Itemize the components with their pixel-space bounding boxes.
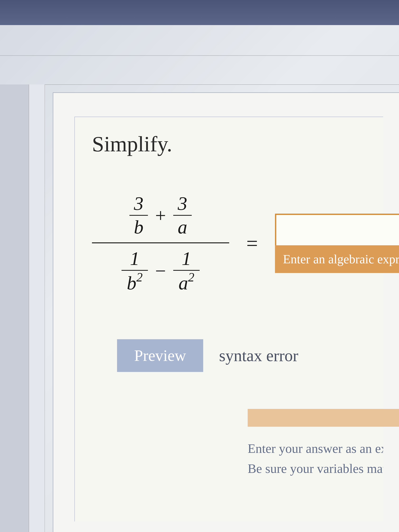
instruction-line: Enter your answer as an exp: [248, 439, 383, 459]
fraction-bar: [121, 270, 148, 271]
numerator: 1: [182, 248, 191, 269]
complex-fraction: 3 b + 3 a 1: [92, 188, 229, 298]
instruction-line: Be sure your variables matcl: [248, 459, 383, 479]
denominator: a2: [178, 272, 194, 294]
main-fraction-bar: [92, 242, 229, 243]
answer-input[interactable]: [275, 214, 399, 245]
left-sidebar: [0, 84, 29, 532]
problem-container: Simplify. 3 b + 3 a: [74, 117, 383, 521]
divider: [0, 55, 399, 56]
hint-highlight-bar: [248, 409, 399, 427]
answer-hint-label: Enter an algebraic expre: [275, 245, 399, 273]
denominator: b2: [127, 272, 143, 294]
numerator: 1: [130, 248, 139, 269]
equation-row: 3 b + 3 a 1: [92, 188, 383, 298]
minus-operator: −: [155, 260, 166, 282]
content-panel: Simplify. 3 b + 3 a: [53, 92, 399, 532]
divider: [0, 84, 399, 85]
denominator: b: [134, 216, 144, 238]
equals-sign: =: [246, 232, 258, 255]
fraction: 1 a2: [173, 248, 200, 294]
preview-row: Preview syntax error: [117, 339, 383, 372]
preview-button[interactable]: Preview: [117, 339, 203, 372]
fraction-bar: [173, 215, 192, 216]
inner-sidebar: [29, 84, 45, 532]
denominator: a: [178, 216, 187, 238]
answer-column: Enter an algebraic expre: [275, 214, 399, 273]
problem-title: Simplify.: [92, 132, 383, 157]
numerator: 3: [134, 193, 144, 214]
fraction: 3 b: [129, 193, 148, 238]
fraction-bar: [129, 215, 148, 216]
fraction: 3 a: [173, 193, 192, 238]
window-title-bar: [0, 0, 399, 25]
plus-operator: +: [155, 204, 166, 226]
fraction: 1 b2: [121, 248, 148, 294]
instructions-block: Enter your answer as an exp Be sure your…: [248, 409, 383, 479]
fraction-bar: [173, 270, 200, 271]
complex-numerator: 3 b + 3 a: [124, 188, 197, 242]
complex-denominator: 1 b2 − 1 a2: [116, 243, 205, 298]
numerator: 3: [178, 193, 187, 214]
syntax-error-label: syntax error: [219, 346, 298, 365]
